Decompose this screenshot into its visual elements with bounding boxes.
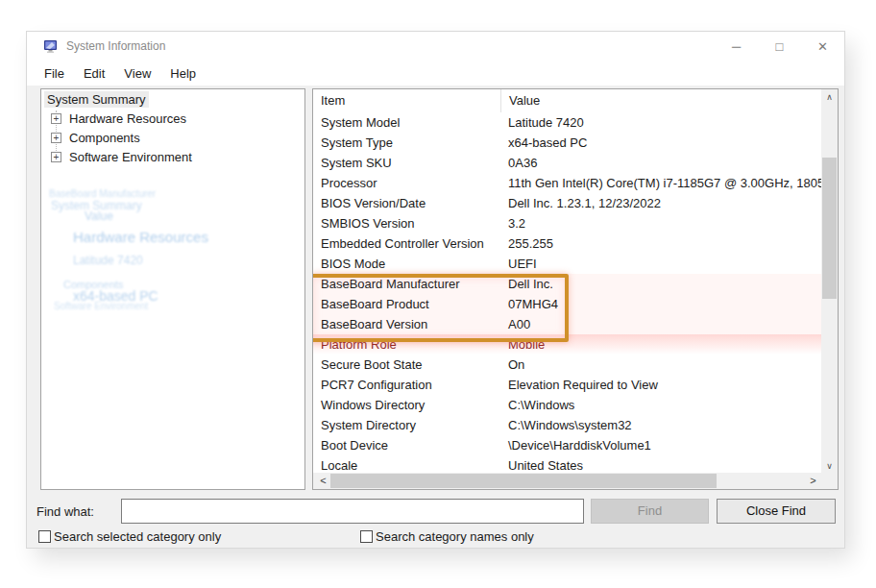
table-header: Item Value (313, 89, 821, 112)
tree-item-system-summary[interactable]: System Summary (41, 89, 304, 109)
menu-edit[interactable]: Edit (74, 63, 114, 84)
table-row[interactable]: Windows Directory C:\Windows (313, 395, 821, 415)
column-header-value[interactable]: Value (500, 89, 821, 112)
find-input[interactable] (121, 499, 584, 524)
ghost-text-artifact: Latitude 7420 (73, 254, 143, 267)
table-row[interactable]: System Model Latitude 7420 (313, 112, 821, 133)
table-row[interactable]: BIOS Mode UEFI (313, 254, 821, 274)
ghost-text-artifact: Software Environment (54, 301, 148, 311)
table-row[interactable]: Secure Boot State On (313, 355, 821, 375)
ghost-text-artifact: x64-based PC (73, 288, 158, 304)
menu-bar: FileEditViewHelp (27, 61, 844, 86)
table-row[interactable]: System Type x64-based PC (313, 133, 821, 153)
tree-item-hardware-resources[interactable]: + Hardware Resources (41, 109, 304, 128)
table-row[interactable]: PCR7 Configuration Elevation Required to… (313, 375, 821, 395)
scroll-up-arrow-icon[interactable]: ∧ (821, 89, 838, 106)
ghost-text-artifact: BaseBoard Manufacturer (49, 188, 156, 199)
screenshot-canvas: System Information ─ □ ✕ FileEditViewHel… (0, 0, 876, 588)
category-tree-panel: System Summary + Hardware Resources + Co… (40, 88, 305, 490)
table-row[interactable]: Platform Role Mobile (313, 334, 821, 355)
tree-item-software-environment[interactable]: + Software Environment (41, 147, 304, 166)
close-button[interactable]: ✕ (801, 32, 844, 61)
vertical-scrollbar[interactable]: ∧ ∨ (821, 89, 838, 475)
menu-view[interactable]: View (114, 63, 160, 84)
ghost-text-artifact: Hardware Resources (73, 229, 208, 245)
expand-plus-icon[interactable]: + (51, 133, 61, 143)
maximize-button[interactable]: □ (758, 32, 801, 61)
table-row[interactable]: BaseBoard Product 07MHG4 (313, 294, 821, 314)
find-what-label: Find what: (36, 504, 94, 519)
system-information-window: System Information ─ □ ✕ FileEditViewHel… (27, 32, 844, 548)
search-category-names-label: Search category names only (376, 529, 534, 544)
minimize-button[interactable]: ─ (715, 32, 758, 61)
title-bar: System Information ─ □ ✕ (27, 32, 844, 61)
window-title: System Information (66, 39, 165, 53)
table-row[interactable]: System SKU 0A36 (313, 153, 821, 173)
menu-file[interactable]: File (35, 63, 74, 84)
table-row[interactable]: BaseBoard Manufacturer Dell Inc. (313, 274, 821, 294)
scroll-right-arrow-icon[interactable]: > (805, 473, 821, 489)
ghost-text-artifact: Components (63, 279, 123, 290)
expand-plus-icon[interactable]: + (51, 152, 61, 162)
ghost-text-artifact: System Summary (51, 199, 142, 212)
menu-help[interactable]: Help (160, 63, 206, 84)
table-row[interactable]: Processor 11th Gen Intel(R) Core(TM) i7-… (313, 173, 821, 193)
column-header-item[interactable]: Item (313, 89, 500, 112)
table-row[interactable]: BaseBoard Version A00 (313, 314, 821, 334)
system-information-app-icon (43, 38, 59, 54)
table-row[interactable]: Embedded Controller Version 255.255 (313, 233, 821, 254)
vertical-scrollbar-thumb[interactable] (822, 158, 837, 299)
search-selected-category-label: Search selected category only (54, 529, 221, 544)
scrollbar-corner (821, 473, 838, 489)
window-controls: ─ □ ✕ (715, 32, 844, 61)
find-button[interactable]: Find (591, 499, 709, 524)
table-row[interactable]: SMBIOS Version 3.2 (313, 213, 821, 233)
table-row[interactable]: BIOS Version/Date Dell Inc. 1.23.1, 12/2… (313, 193, 821, 213)
table-row[interactable]: System Directory C:\Windows\system32 (313, 415, 821, 435)
table-rows: System Model Latitude 7420 System Type x… (313, 112, 821, 476)
table-row[interactable]: Boot Device \Device\HarddiskVolume1 (313, 435, 821, 455)
scroll-left-arrow-icon[interactable]: < (315, 473, 331, 489)
horizontal-scrollbar[interactable]: < > (313, 473, 821, 489)
ghost-text-artifact: Value (85, 209, 113, 223)
horizontal-scrollbar-thumb[interactable] (330, 474, 717, 488)
close-find-button[interactable]: Close Find (717, 499, 836, 524)
tree-item-components[interactable]: + Components (41, 128, 304, 147)
search-category-names-checkbox[interactable] (360, 530, 373, 543)
detail-panel: Item Value System Model Latitude 7420 Sy… (312, 88, 839, 490)
search-selected-category-checkbox[interactable] (38, 530, 51, 543)
expand-plus-icon[interactable]: + (51, 113, 61, 124)
search-options-row: Search selected category only Search cat… (27, 529, 844, 548)
